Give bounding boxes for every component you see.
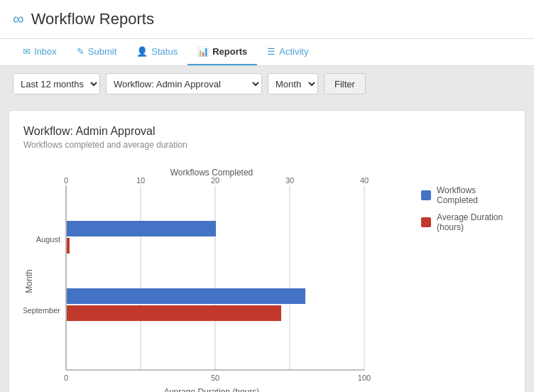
nav-label-submit: Submit [88,46,116,57]
svg-text:0: 0 [64,176,68,185]
nav-item-reports[interactable]: 📊 Reports [187,39,257,65]
chart-area: Workflows Completed 0 10 20 30 40 [23,164,511,392]
svg-text:September: September [23,306,60,315]
status-icon: 👤 [136,46,148,57]
svg-text:0: 0 [64,374,68,382]
chart-title: Workflow: Admin Approval [23,125,511,138]
chart-subtitle: Workflows completed and average duration [23,140,511,150]
toolbar: Last 12 months Workflow: Admin Approval … [0,66,534,102]
chart-svg: Workflows Completed 0 10 20 30 40 [23,164,400,392]
svg-text:30: 30 [285,176,294,185]
legend-item-duration: Average Duration (hours) [421,212,511,232]
nav-label-status: Status [151,46,178,57]
bar-august-duration [67,238,70,254]
bar-september-duration [67,305,281,321]
filter-button[interactable]: Filter [324,73,366,94]
svg-text:10: 10 [136,176,145,185]
reports-icon: 📊 [197,46,209,57]
page-title: Workflow Reports [31,10,154,28]
legend-item-completed: Workflows Completed [421,185,511,205]
submit-icon: ✎ [77,46,85,57]
period-select[interactable]: Last 12 months [13,73,100,94]
legend-color-duration [421,217,431,227]
activity-icon: ☰ [267,46,276,57]
chart-legend: Workflows Completed Average Duration (ho… [414,164,511,392]
chart-svg-wrapper: Workflows Completed 0 10 20 30 40 [23,164,400,392]
svg-text:Average Duration (hours): Average Duration (hours) [164,387,260,392]
legend-label-duration: Average Duration (hours) [437,212,511,232]
nav-item-submit[interactable]: ✎ Submit [67,39,126,65]
bar-august-completed [67,221,216,236]
nav-label-inbox: Inbox [34,46,57,57]
svg-text:40: 40 [360,176,369,185]
bar-september-completed [67,288,305,304]
chart-main: Workflows Completed 0 10 20 30 40 [23,164,400,392]
nav-bar: ✉ Inbox ✎ Submit 👤 Status 📊 Reports ☰ Ac… [0,39,534,66]
nav-label-reports: Reports [212,46,247,57]
nav-item-status[interactable]: 👤 Status [126,39,187,65]
svg-text:August: August [36,235,60,244]
svg-text:20: 20 [211,176,219,185]
nav-item-activity[interactable]: ☰ Activity [257,39,318,65]
workflow-select[interactable]: Workflow: Admin Approval [106,73,262,94]
main-content: Workflow: Admin Approval Workflows compl… [9,110,525,392]
nav-item-inbox[interactable]: ✉ Inbox [13,39,67,65]
groupby-select[interactable]: Month [268,73,318,94]
svg-text:50: 50 [211,374,219,382]
page-header: ∞ Workflow Reports [0,0,534,39]
legend-color-completed [421,190,431,200]
legend-label-completed: Workflows Completed [437,185,511,205]
svg-text:100: 100 [358,374,371,382]
svg-text:Month: Month [24,269,34,293]
nav-label-activity: Activity [279,46,308,57]
inbox-icon: ✉ [23,46,31,57]
logo-icon: ∞ [13,10,24,28]
